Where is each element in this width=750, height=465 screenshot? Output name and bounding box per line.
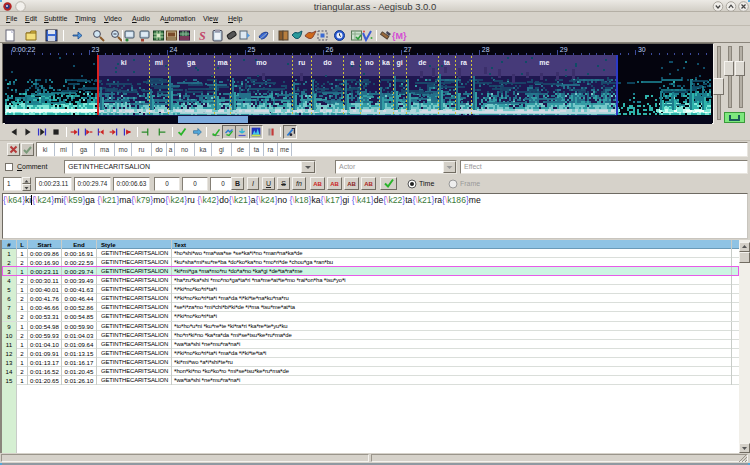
svg-text:{M}: {M} [392,31,407,41]
svg-text:ka: ka [382,59,390,66]
svg-text:no: no [365,59,374,66]
svg-text:me: me [539,59,549,66]
svg-text:23: 23 [92,46,100,53]
svg-text:29: 29 [560,46,568,53]
svg-text:mo: mo [256,59,267,66]
svg-text:ru: ru [298,59,305,66]
svg-text:de: de [418,59,426,66]
svg-text:28: 28 [482,46,490,53]
svg-text:gi: gi [397,59,403,67]
svg-text:S: S [199,29,206,42]
svg-text:25: 25 [248,46,256,53]
svg-text:mi: mi [155,59,163,66]
svg-text:a: a [350,59,354,66]
svg-text:24: 24 [170,46,178,53]
svg-text:ma: ma [217,59,227,66]
svg-text:30: 30 [638,46,646,53]
svg-text:0:00:22: 0:00:22 [12,46,35,53]
svg-text:ra: ra [460,59,467,66]
svg-text:27: 27 [404,46,412,53]
svg-text:do: do [323,59,332,66]
svg-text:26: 26 [326,46,334,53]
svg-text:ga: ga [187,59,195,67]
svg-text:ta: ta [444,59,450,66]
svg-text:ki: ki [121,59,127,66]
